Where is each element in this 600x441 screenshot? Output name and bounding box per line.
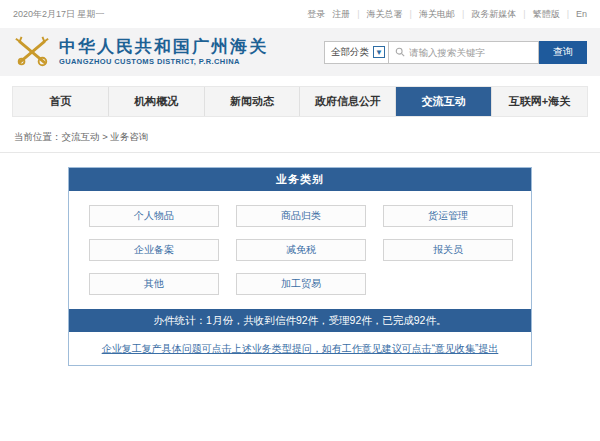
category-customs-broker[interactable]: 报关员 bbox=[383, 239, 513, 261]
breadcrumb-wrap: 当前位置：交流互动 > 业务咨询 bbox=[0, 117, 600, 153]
search-icon bbox=[395, 47, 405, 57]
category-enterprise-registration[interactable]: 企业备案 bbox=[89, 239, 219, 261]
breadcrumb: 当前位置：交流互动 > 业务咨询 bbox=[14, 131, 148, 142]
category-processing-trade[interactable]: 加工贸易 bbox=[236, 273, 366, 295]
category-goods-classification[interactable]: 商品归类 bbox=[236, 205, 366, 227]
notice-wrap: 企业复工复产具体问题可点击上述业务类型提问，如有工作意见建议可点击“意见收集”提… bbox=[69, 332, 531, 365]
notice-link[interactable]: 企业复工复产具体问题可点击上述业务类型提问，如有工作意见建议可点击“意见收集”提… bbox=[102, 342, 499, 356]
login-link[interactable]: 登录 bbox=[307, 8, 325, 21]
nav-item-news[interactable]: 新闻动态 bbox=[205, 87, 301, 116]
english-link[interactable]: En bbox=[576, 9, 587, 19]
divider: | bbox=[357, 9, 359, 19]
site-header: 中华人民共和国广州海关 GUANGZHOU CUSTOMS DISTRICT, … bbox=[0, 28, 600, 76]
category-personal-items[interactable]: 个人物品 bbox=[89, 205, 219, 227]
search-field-wrap bbox=[389, 41, 539, 64]
business-category-panel: 业务类别 个人物品 商品归类 货运管理 企业备案 减免税 报关员 其他 加工贸易… bbox=[68, 167, 532, 366]
nav-item-org-overview[interactable]: 机构概况 bbox=[109, 87, 205, 116]
divider: | bbox=[410, 9, 412, 19]
category-grid: 个人物品 商品归类 货运管理 企业备案 减免税 报关员 其他 加工贸易 bbox=[69, 191, 531, 309]
search-box: 全部分类 ▼ 查询 bbox=[324, 41, 587, 64]
top-links: 登录 注册 | 海关总署 | 海关电邮 | 政务新媒体 | 繁體版 | En bbox=[300, 8, 587, 21]
category-tax-reduction[interactable]: 减免税 bbox=[236, 239, 366, 261]
nav-item-home[interactable]: 首页 bbox=[13, 87, 109, 116]
site-title: 中华人民共和国广州海关 bbox=[59, 38, 268, 57]
search-category-select[interactable]: 全部分类 ▼ bbox=[324, 41, 389, 64]
chevron-down-icon: ▼ bbox=[373, 46, 385, 58]
divider: | bbox=[567, 9, 569, 19]
search-button[interactable]: 查询 bbox=[539, 41, 587, 64]
nav-wrap: 首页 机构概况 新闻动态 政府信息公开 交流互动 互联网+海关 bbox=[0, 76, 600, 117]
divider: | bbox=[462, 9, 464, 19]
search-category-value: 全部分类 bbox=[331, 46, 369, 59]
main-nav: 首页 机构概况 新闻动态 政府信息公开 交流互动 互联网+海关 bbox=[12, 86, 588, 117]
category-cargo-management[interactable]: 货运管理 bbox=[383, 205, 513, 227]
search-input[interactable] bbox=[409, 47, 532, 58]
customs-hq-link[interactable]: 海关总署 bbox=[367, 8, 403, 21]
top-utility-bar: 2020年2月17日 星期一 登录 注册 | 海关总署 | 海关电邮 | 政务新… bbox=[0, 0, 600, 28]
register-link[interactable]: 注册 bbox=[332, 8, 350, 21]
gov-media-link[interactable]: 政务新媒体 bbox=[471, 8, 516, 21]
stats-bar: 办件统计：1月份，共收到信件92件，受理92件，已完成92件。 bbox=[69, 309, 531, 332]
customs-mail-link[interactable]: 海关电邮 bbox=[419, 8, 455, 21]
panel-title: 业务类别 bbox=[69, 168, 531, 191]
nav-item-internet-customs[interactable]: 互联网+海关 bbox=[492, 87, 587, 116]
divider: | bbox=[523, 9, 525, 19]
nav-item-gov-info[interactable]: 政府信息公开 bbox=[300, 87, 396, 116]
traditional-chinese-link[interactable]: 繁體版 bbox=[533, 8, 560, 21]
category-other[interactable]: 其他 bbox=[89, 273, 219, 295]
current-date: 2020年2月17日 星期一 bbox=[13, 8, 105, 21]
site-brand: 中华人民共和国广州海关 GUANGZHOU CUSTOMS DISTRICT, … bbox=[59, 38, 268, 67]
site-subtitle: GUANGZHOU CUSTOMS DISTRICT, P.R.CHINA bbox=[59, 58, 268, 66]
customs-emblem-icon bbox=[13, 33, 51, 71]
nav-item-interaction[interactable]: 交流互动 bbox=[396, 87, 492, 116]
